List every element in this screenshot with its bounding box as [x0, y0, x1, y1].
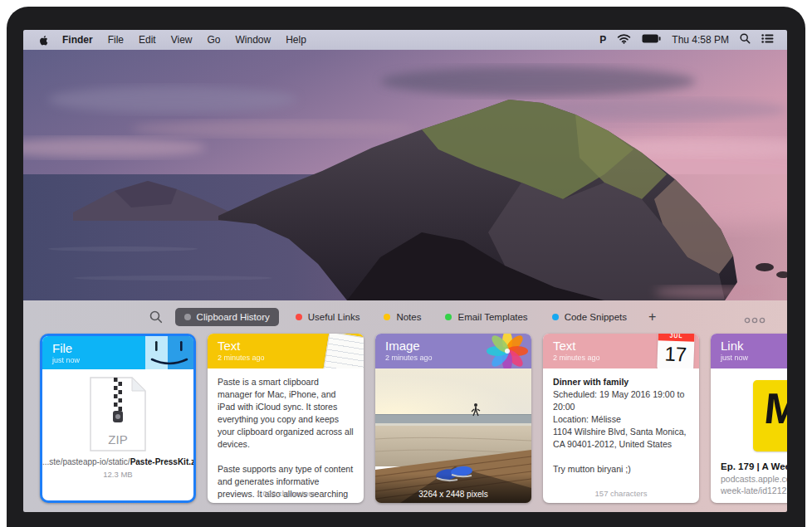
- calendar-icon: JUL 17: [657, 334, 695, 368]
- menu-item-edit[interactable]: Edit: [131, 34, 164, 46]
- more-options-icon[interactable]: [744, 312, 766, 327]
- event-details: Scheduled: 19 May 2016 19:00 to 20:00 Lo…: [553, 389, 687, 474]
- card-body: ZIP ...ste/pasteapp-io/static/Paste-Pres…: [42, 369, 193, 500]
- card-body: M THE MODERN PODCAST Ep. 179 | A Week La…: [711, 368, 787, 503]
- menu-bar-clock[interactable]: Thu 4:58 PM: [672, 34, 729, 46]
- menu-item-file[interactable]: File: [100, 34, 131, 46]
- tab-dot-icon: [445, 314, 452, 320]
- battery-icon[interactable]: [642, 34, 661, 46]
- photos-icon: [485, 334, 530, 368]
- tab-label: Code Snippets: [565, 312, 627, 322]
- paste-panel: Clipboard History Useful Links Notes Ema…: [23, 300, 787, 512]
- paste-menubar-icon[interactable]: P: [599, 34, 606, 46]
- file-size: 12.3 MB: [42, 470, 193, 479]
- menu-item-window[interactable]: Window: [228, 34, 279, 46]
- card-image-beach[interactable]: Image 2 minutes ago: [375, 334, 531, 503]
- tab-label: Email Templates: [457, 312, 527, 322]
- text-content: Paste is a smart clipboard manager for M…: [208, 368, 364, 503]
- artwork-letter: M: [762, 387, 787, 430]
- card-header: Link just now: [711, 334, 787, 368]
- spotlight-search-icon[interactable]: [740, 33, 751, 46]
- tab-dot-icon: [296, 314, 302, 320]
- image-dimensions-caption: 3264 x 2448 pixels: [375, 474, 531, 503]
- card-text-dinner-event[interactable]: JUL 17 Text 2 minutes ago Dinner with fa…: [543, 334, 699, 503]
- finder-icon: [145, 336, 193, 369]
- card-header: Text 2 minutes ago: [208, 334, 364, 368]
- tab-label: Clipboard History: [197, 312, 270, 322]
- tab-label: Notes: [396, 312, 421, 322]
- tab-notes[interactable]: Notes: [376, 308, 428, 326]
- card-time-label: 2 minutes ago: [385, 354, 531, 362]
- card-time-label: just now: [52, 356, 193, 364]
- search-icon[interactable]: [149, 310, 163, 324]
- notification-center-icon[interactable]: [761, 34, 774, 46]
- card-body: 3264 x 2448 pixels: [375, 368, 531, 503]
- tab-useful-links[interactable]: Useful Links: [288, 308, 368, 326]
- svg-text:ZIP: ZIP: [108, 432, 127, 446]
- wifi-icon[interactable]: [617, 34, 631, 46]
- card-header: JUL 17 Text 2 minutes ago: [543, 334, 699, 368]
- character-count: 1,022 characters: [208, 489, 364, 498]
- menu-item-go[interactable]: Go: [200, 34, 228, 46]
- tab-dot-icon: [184, 314, 191, 320]
- menu-item-help[interactable]: Help: [278, 34, 314, 46]
- tab-dot-icon: [552, 314, 559, 320]
- mac-screen: Finder File Edit View Go Window Help P: [23, 30, 787, 512]
- card-link-podcast[interactable]: Link just now M THE MODERN PODCAST Ep. 1…: [711, 334, 787, 503]
- card-type-label: Link: [721, 339, 787, 353]
- menu-item-view[interactable]: View: [164, 34, 200, 46]
- podcast-artwork: M THE MODERN PODCAST: [753, 380, 787, 451]
- card-body: Paste is a smart clipboard manager for M…: [208, 368, 364, 503]
- menu-item-finder[interactable]: Finder: [55, 34, 100, 46]
- tab-label: Useful Links: [308, 312, 360, 322]
- image-dimensions: 3264 x 2448 pixels: [418, 490, 487, 499]
- card-file-zip[interactable]: File just now: [40, 334, 196, 503]
- character-count: 157 characters: [543, 489, 699, 498]
- link-url: podcasts.apple.com/ru week-late/id121223…: [711, 471, 787, 496]
- tab-email-templates[interactable]: Email Templates: [438, 308, 535, 326]
- file-name: Paste-PressKit.zip: [130, 457, 193, 466]
- tab-clipboard-history[interactable]: Clipboard History: [175, 308, 279, 326]
- tab-code-snippets[interactable]: Code Snippets: [545, 308, 634, 326]
- card-time-label: 2 minutes ago: [553, 354, 699, 362]
- catalina-wallpaper: [23, 50, 787, 300]
- file-path: ...ste/pasteapp-io/static/Paste-PressKit…: [42, 457, 193, 466]
- pinboard-tab-bar: Clipboard History Useful Links Notes Ema…: [23, 300, 787, 334]
- card-header: File just now: [42, 336, 193, 369]
- apple-logo-icon[interactable]: [38, 34, 50, 46]
- text-content: Dinner with family Scheduled: 19 May 201…: [543, 368, 699, 476]
- clipboard-cards-row: File just now: [23, 334, 787, 503]
- tab-dot-icon: [384, 314, 390, 320]
- card-time-label: 2 minutes ago: [218, 354, 364, 362]
- file-path-prefix: ...ste/pasteapp-io/static/: [42, 457, 130, 466]
- menu-bar: Finder File Edit View Go Window Help P: [23, 30, 787, 50]
- display-bezel: Finder File Edit View Go Window Help P: [7, 7, 805, 527]
- link-title: Ep. 179 | A Week Late: [711, 451, 787, 471]
- card-header: Image 2 minutes ago: [375, 334, 531, 368]
- card-text-paste-description[interactable]: Text 2 minutes ago Paste is a smart clip…: [208, 334, 364, 503]
- notes-icon: [322, 334, 364, 368]
- zip-file-icon: ZIP: [89, 376, 147, 452]
- card-body: Dinner with family Scheduled: 19 May 201…: [543, 368, 699, 503]
- event-title: Dinner with family: [553, 377, 629, 387]
- add-pinboard-button[interactable]: +: [643, 310, 661, 324]
- card-time-label: just now: [721, 354, 787, 362]
